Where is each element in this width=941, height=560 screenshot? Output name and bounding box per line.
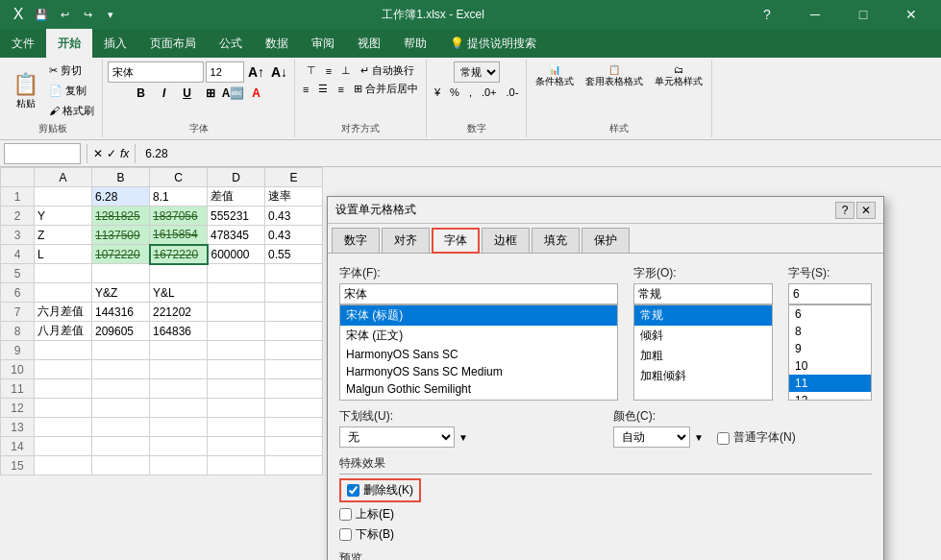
cell-e11[interactable] bbox=[265, 379, 323, 399]
more-quick-btn[interactable]: ▾ bbox=[100, 4, 121, 25]
cell-c10[interactable] bbox=[150, 360, 208, 379]
cell-d7[interactable] bbox=[208, 303, 265, 322]
undo-quick-btn[interactable]: ↩ bbox=[54, 4, 75, 25]
cell-a14[interactable] bbox=[35, 437, 92, 456]
tab-review[interactable]: 审阅 bbox=[300, 29, 346, 58]
tab-formula[interactable]: 公式 bbox=[208, 29, 254, 58]
dialog-tab-number[interactable]: 数字 bbox=[332, 228, 380, 253]
cell-d4[interactable]: 600000 bbox=[208, 245, 265, 264]
cell-b1[interactable]: 6.28 bbox=[92, 187, 150, 207]
font-list-item[interactable]: Malgun Gothic Semilight bbox=[340, 380, 617, 398]
size-list-item[interactable]: 8 bbox=[789, 323, 871, 340]
cut-button[interactable]: ✂ 剪切 bbox=[45, 61, 98, 80]
cell-e9[interactable] bbox=[265, 341, 323, 360]
cell-a5[interactable] bbox=[35, 264, 92, 283]
strikethrough-checkbox[interactable] bbox=[347, 484, 359, 497]
cell-e3[interactable]: 0.43 bbox=[265, 226, 323, 245]
number-format-select[interactable]: 常规 bbox=[454, 61, 500, 83]
cell-c1[interactable]: 8.1 bbox=[150, 187, 208, 207]
dialog-close-btn[interactable]: ✕ bbox=[856, 202, 876, 219]
cell-d15[interactable] bbox=[208, 456, 265, 475]
align-top-btn[interactable]: ⊤ bbox=[303, 62, 320, 79]
font-list-item[interactable]: HarmonyOS Sans SC bbox=[340, 346, 617, 363]
cell-a8[interactable]: 八月差值 bbox=[35, 322, 92, 341]
dialog-help-btn[interactable]: ? bbox=[835, 202, 854, 219]
tab-file[interactable]: 文件 bbox=[0, 29, 46, 58]
font-list-item[interactable]: Microsoft YaHei UI bbox=[340, 398, 617, 401]
cell-style-btn[interactable]: 🗂 单元格样式 bbox=[650, 61, 707, 91]
cell-e1[interactable]: 速率 bbox=[265, 187, 323, 207]
name-box[interactable]: B1 bbox=[4, 143, 81, 164]
cell-d10[interactable] bbox=[208, 360, 265, 379]
style-list-item[interactable]: 倾斜 bbox=[634, 326, 772, 346]
cell-d9[interactable] bbox=[208, 341, 265, 360]
cell-a6[interactable] bbox=[35, 283, 92, 303]
tab-data[interactable]: 数据 bbox=[254, 29, 300, 58]
cell-c11[interactable] bbox=[150, 379, 208, 399]
cell-a4[interactable]: L bbox=[35, 245, 92, 264]
cell-c6[interactable]: Y&L bbox=[150, 283, 208, 303]
increase-decimal-btn[interactable]: .0+ bbox=[478, 85, 501, 100]
cell-b8[interactable]: 209605 bbox=[92, 322, 150, 341]
merge-center-btn[interactable]: ⊞ 合并后居中 bbox=[350, 80, 422, 98]
dialog-tab-border[interactable]: 边框 bbox=[482, 228, 530, 253]
superscript-checkbox[interactable] bbox=[339, 508, 352, 521]
decrease-decimal-btn[interactable]: .0- bbox=[503, 85, 523, 100]
cell-a1[interactable] bbox=[35, 187, 92, 207]
style-list-item[interactable]: 加粗 bbox=[634, 346, 772, 366]
bold-btn[interactable]: B bbox=[131, 83, 152, 104]
close-btn[interactable]: ✕ bbox=[889, 0, 933, 29]
comma-btn[interactable]: , bbox=[465, 85, 476, 100]
tab-page-layout[interactable]: 页面布局 bbox=[138, 29, 208, 58]
currency-btn[interactable]: ¥ bbox=[431, 85, 444, 100]
size-list-item[interactable]: 12 bbox=[789, 392, 871, 401]
tab-home[interactable]: 开始 bbox=[46, 29, 92, 58]
font-grow-btn[interactable]: A↑ bbox=[246, 61, 267, 83]
cell-d6[interactable] bbox=[208, 283, 265, 303]
underline-select[interactable]: 无 bbox=[339, 426, 455, 448]
font-listbox[interactable]: 宋体 (标题) 宋体 (正文) HarmonyOS Sans SC Harmon… bbox=[339, 304, 618, 401]
size-input[interactable] bbox=[788, 283, 872, 304]
dialog-tab-protect[interactable]: 保护 bbox=[582, 228, 630, 253]
align-bottom-btn[interactable]: ⊥ bbox=[337, 62, 355, 79]
font-color-btn[interactable]: A bbox=[246, 83, 267, 104]
confirm-formula-icon[interactable]: ✓ bbox=[107, 147, 116, 160]
cell-d14[interactable] bbox=[208, 437, 265, 456]
font-list-item[interactable]: HarmonyOS Sans SC Medium bbox=[340, 363, 617, 380]
font-list-item[interactable]: 宋体 (正文) bbox=[340, 326, 617, 346]
cell-e8[interactable] bbox=[265, 322, 323, 341]
dialog-tab-align[interactable]: 对齐 bbox=[382, 228, 430, 253]
cell-c14[interactable] bbox=[150, 437, 208, 456]
cell-b11[interactable] bbox=[92, 379, 150, 399]
cell-b14[interactable] bbox=[92, 437, 150, 456]
maximize-btn[interactable]: □ bbox=[841, 0, 885, 29]
align-middle-btn[interactable]: ≡ bbox=[322, 63, 335, 79]
style-listbox[interactable]: 常规 倾斜 加粗 加粗倾斜 bbox=[633, 304, 773, 401]
cell-c3[interactable]: 1615854 bbox=[150, 226, 208, 245]
cell-c7[interactable]: 221202 bbox=[150, 303, 208, 322]
subscript-checkbox[interactable] bbox=[339, 528, 352, 541]
cell-b7[interactable]: 144316 bbox=[92, 303, 150, 322]
size-list-item[interactable]: 11 bbox=[789, 375, 871, 392]
cell-a11[interactable] bbox=[35, 379, 92, 399]
paste-button[interactable]: 📋 粘贴 bbox=[8, 69, 43, 113]
cell-c15[interactable] bbox=[150, 456, 208, 475]
insert-function-icon[interactable]: fx bbox=[120, 147, 129, 160]
font-list-item[interactable]: 宋体 (标题) bbox=[340, 305, 617, 326]
tab-help[interactable]: 帮助 bbox=[392, 29, 438, 58]
cell-e5[interactable] bbox=[265, 264, 323, 283]
cell-c5[interactable] bbox=[150, 264, 208, 283]
font-input[interactable] bbox=[339, 283, 618, 304]
color-dropdown-arrow[interactable]: ▼ bbox=[694, 432, 709, 443]
normal-font-checkbox[interactable] bbox=[717, 432, 730, 445]
dialog-tab-font[interactable]: 字体 bbox=[432, 228, 480, 254]
cell-a3[interactable]: Z bbox=[35, 226, 92, 245]
cell-a7[interactable]: 六月差值 bbox=[35, 303, 92, 322]
cell-b3[interactable]: 1137509 bbox=[92, 226, 150, 245]
cell-b15[interactable] bbox=[92, 456, 150, 475]
cell-a10[interactable] bbox=[35, 360, 92, 379]
cell-e2[interactable]: 0.43 bbox=[265, 207, 323, 226]
copy-button[interactable]: 📄 复制 bbox=[45, 82, 98, 100]
cell-c2[interactable]: 1837056 bbox=[150, 207, 208, 226]
format-copy-button[interactable]: 🖌 格式刷 bbox=[45, 102, 98, 120]
